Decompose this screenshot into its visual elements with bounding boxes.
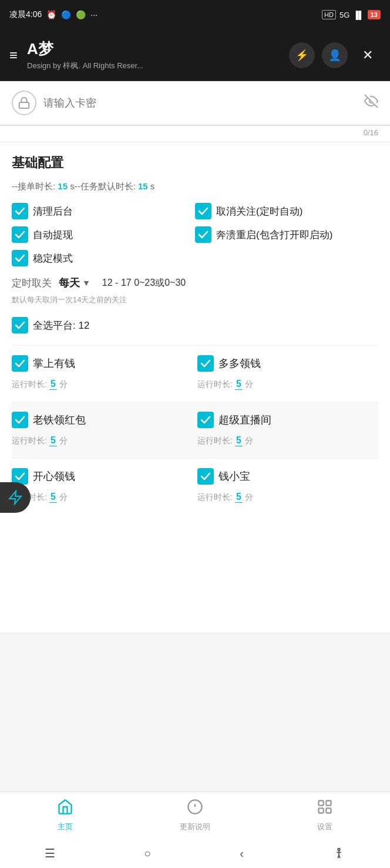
checkbox-grid: 清理后台 取消关注(定时自动) 自动提现 奔溃重启(包含打开即启动) 稳定模式 — [12, 203, 378, 266]
checkbox-item-2[interactable]: 自动提现 — [12, 226, 195, 243]
select-all-label: 全选平台: 12 — [33, 319, 89, 332]
password-section — [0, 81, 390, 126]
user-icon-btn[interactable]: 👤 — [322, 42, 348, 68]
svg-rect-6 — [319, 801, 324, 806]
timer-section: 定时取关 每天 ▼ 12 - 17 0~23或0~30 — [12, 276, 378, 290]
battery-level: 13 — [368, 10, 381, 19]
svg-rect-8 — [327, 808, 331, 813]
platform-name-row-2[interactable]: 老铁领红包 — [12, 412, 186, 428]
platform-item-1: 多多领钱 运行时长: 5 分 — [195, 345, 378, 402]
platform-checkbox-2[interactable] — [12, 412, 28, 428]
eye-icon[interactable] — [364, 94, 378, 112]
close-btn[interactable]: ✕ — [355, 42, 381, 68]
run-time-pre-1: 运行时长: — [197, 379, 233, 390]
settings-nav-icon — [317, 799, 333, 819]
run-time-unit-3: 分 — [245, 436, 253, 446]
platform-name-row-5[interactable]: 钱小宝 — [197, 468, 378, 485]
nav-label-home: 主页 — [58, 822, 73, 832]
status-bar: 凌晨4:06 ⏰ 🔵 🟢 ··· HD 5G ▐▌ 13 — [0, 0, 390, 29]
platform-checkbox-3[interactable] — [197, 412, 214, 428]
checkbox-item-4[interactable]: 稳定模式 — [12, 250, 378, 266]
platform-run-value-3[interactable]: 5 — [235, 435, 243, 446]
nav-item-home[interactable]: 主页 — [0, 792, 130, 839]
platform-run-row-2: 运行时长: 5 分 — [12, 435, 186, 446]
platform-name-4: 开心领钱 — [33, 469, 75, 483]
platform-run-row-5: 运行时长: 5 分 — [197, 492, 378, 503]
checkbox-2[interactable] — [12, 226, 28, 243]
platform-item-2: 老铁领红包 运行时长: 5 分 — [12, 402, 195, 458]
run-time-pre-5: 运行时长: — [197, 492, 233, 503]
bottom-nav: 主页 更新说明 设置 — [0, 792, 390, 839]
nav-item-update[interactable]: 更新说明 — [130, 792, 260, 839]
nav-label-update: 更新说明 — [180, 822, 210, 832]
lock-icon — [12, 91, 36, 115]
platform-item-4: 开心领钱 运行时长: 5 分 — [12, 458, 195, 515]
platform-checkbox-1[interactable] — [197, 355, 214, 372]
hd-badge: HD — [322, 10, 336, 19]
svg-marker-2 — [9, 491, 21, 504]
sys-back-btn[interactable]: ‹ — [240, 847, 244, 860]
checkbox-label-0: 清理后台 — [33, 205, 73, 218]
run-time-pre-3: 运行时长: — [197, 436, 233, 446]
run-time-pre-2: 运行时长: — [12, 436, 47, 446]
menu-icon[interactable]: ≡ — [9, 47, 18, 64]
platform-run-row-0: 运行时长: 5 分 — [12, 379, 186, 390]
run-time-pre-0: 运行时长: — [12, 379, 47, 390]
platform-run-value-5[interactable]: 5 — [235, 492, 243, 503]
password-input[interactable] — [43, 97, 357, 109]
signal-icon: 5G — [339, 11, 349, 19]
timer-dropdown[interactable]: 每天 ▼ — [59, 276, 90, 290]
platform-name-row-1[interactable]: 多多领钱 — [197, 355, 378, 372]
nav-item-settings[interactable]: 设置 — [260, 792, 390, 839]
checkbox-item-0[interactable]: 清理后台 — [12, 203, 195, 219]
checkbox-1[interactable] — [195, 203, 211, 219]
checkbox-label-4: 稳定模式 — [33, 252, 73, 265]
platform-checkbox-5[interactable] — [197, 468, 214, 485]
status-left: 凌晨4:06 ⏰ 🔵 🟢 ··· — [9, 9, 98, 20]
platform-name-row-0[interactable]: 掌上有钱 — [12, 355, 186, 372]
platform-run-value-0[interactable]: 5 — [49, 379, 57, 390]
checkbox-label-1: 取消关注(定时自动) — [216, 205, 302, 218]
platform-name-2: 老铁领红包 — [33, 413, 86, 427]
checkbox-item-3[interactable]: 奔溃重启(包含打开即启动) — [195, 226, 378, 243]
platform-name-row-3[interactable]: 超级直播间 — [197, 412, 378, 428]
char-count: 0/16 — [0, 126, 390, 142]
select-all-row[interactable]: 全选平台: 12 — [12, 317, 378, 333]
charge-icon-btn[interactable]: ⚡ — [289, 42, 315, 68]
app-header: ≡ A梦 Design by 梓枫. All Rights Reser... ⚡… — [0, 29, 390, 81]
platform-name-row-4[interactable]: 开心领钱 — [12, 468, 186, 485]
chevron-down-icon: ▼ — [82, 278, 90, 288]
platform-run-value-2[interactable]: 5 — [49, 435, 57, 446]
platform-name-3: 超级直播间 — [218, 413, 271, 427]
checkbox-0[interactable] — [12, 203, 28, 219]
platform-item-5: 钱小宝 运行时长: 5 分 — [195, 458, 378, 515]
floating-action-btn[interactable] — [0, 482, 31, 513]
sys-home-btn[interactable]: ○ — [144, 847, 151, 860]
order-time: 15 — [58, 181, 68, 191]
platform-run-row-4: 运行时长: 5 分 — [12, 492, 186, 503]
select-all-checkbox[interactable] — [12, 317, 28, 333]
task-time: 15 — [138, 181, 148, 191]
section-title: 基础配置 — [12, 154, 378, 172]
timer-label: 定时取关 — [12, 276, 52, 290]
checkbox-3[interactable] — [195, 226, 211, 243]
platform-checkbox-0[interactable] — [12, 355, 28, 372]
header-title-block: A梦 Design by 梓枫. All Rights Reser... — [27, 39, 280, 71]
sys-accessibility-btn[interactable] — [332, 847, 345, 860]
platform-run-value-1[interactable]: 5 — [235, 379, 243, 390]
platforms-grid: 掌上有钱 运行时长: 5 分 多多领钱 运行时长: 5 — [12, 345, 378, 515]
platform-run-value-4[interactable]: 5 — [49, 492, 57, 503]
run-time-unit-1: 分 — [245, 379, 253, 390]
checkbox-item-1[interactable]: 取消关注(定时自动) — [195, 203, 378, 219]
platform-run-row-3: 运行时长: 5 分 — [197, 435, 378, 446]
config-time-row: --接单时长: 15 s--任务默认时长: 15 s — [12, 181, 378, 192]
home-nav-icon — [57, 799, 73, 819]
timer-value: 每天 — [59, 276, 80, 290]
main-content: 基础配置 --接单时长: 15 s--任务默认时长: 15 s 清理后台 取消关… — [0, 142, 390, 632]
status-right: HD 5G ▐▌ 13 — [322, 10, 381, 19]
checkbox-4[interactable] — [12, 250, 28, 266]
run-time-unit-0: 分 — [59, 379, 68, 390]
run-time-unit-4: 分 — [59, 492, 68, 503]
sys-menu-btn[interactable]: ☰ — [45, 846, 55, 860]
status-time: 凌晨4:06 — [9, 9, 42, 20]
